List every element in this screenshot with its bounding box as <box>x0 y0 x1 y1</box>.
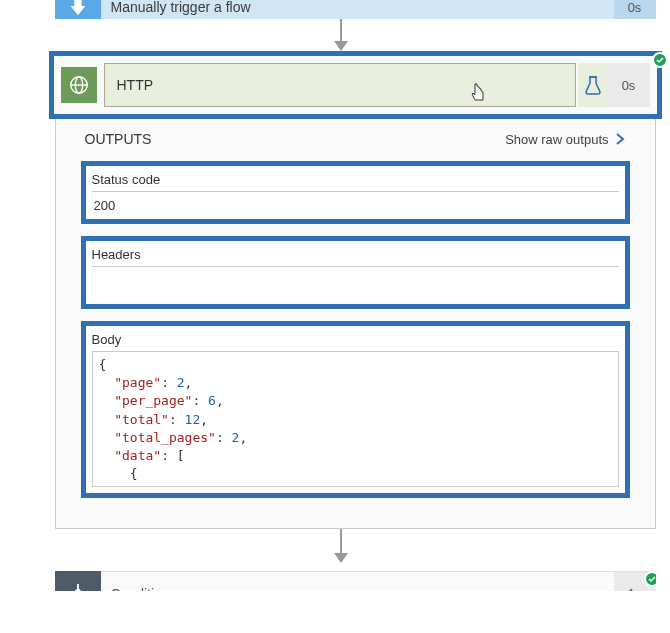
check-icon <box>652 52 668 68</box>
trigger-card[interactable]: Manually trigger a flow 0s <box>55 0 656 19</box>
connector <box>334 529 348 563</box>
connector-line <box>340 19 342 41</box>
connector-arrow-icon <box>334 553 348 563</box>
headers-value[interactable] <box>92 266 619 298</box>
cursor-pointer-icon <box>469 82 487 107</box>
condition-icon <box>55 571 101 591</box>
body-label: Body <box>92 332 619 347</box>
status-code-box: Status code 200 <box>81 161 630 224</box>
check-icon <box>644 571 656 587</box>
connector-arrow-icon <box>334 41 348 51</box>
body-box: Body { "page": 2, "per_page": 6, "total"… <box>81 321 630 498</box>
condition-title: Condition <box>101 571 614 591</box>
trigger-icon <box>55 0 101 19</box>
http-time: 0s <box>608 63 650 107</box>
outputs-panel: OUTPUTS Show raw outputs Status code 200… <box>56 119 655 528</box>
http-title-text: HTTP <box>117 77 154 93</box>
body-value[interactable]: { "page": 2, "per_page": 6, "total": 12,… <box>92 351 619 487</box>
http-header-highlight: HTTP 0s <box>49 51 662 119</box>
headers-label: Headers <box>92 247 619 262</box>
globe-icon <box>61 67 97 103</box>
show-raw-outputs-link[interactable]: Show raw outputs <box>505 132 625 147</box>
status-code-label: Status code <box>92 172 619 187</box>
http-title[interactable]: HTTP <box>104 63 576 107</box>
show-raw-text: Show raw outputs <box>505 132 608 147</box>
outputs-label: OUTPUTS <box>85 131 152 147</box>
http-header[interactable]: HTTP 0s <box>54 56 657 114</box>
trigger-time: 0s <box>614 0 656 19</box>
trigger-title: Manually trigger a flow <box>101 0 614 19</box>
http-card: HTTP 0s OUTPUTS <box>55 51 656 529</box>
headers-box: Headers <box>81 236 630 309</box>
status-code-value[interactable]: 200 <box>92 191 619 213</box>
flask-icon <box>578 63 608 107</box>
chevron-right-icon <box>614 132 626 146</box>
condition-card[interactable]: Condition 1s <box>55 571 656 591</box>
